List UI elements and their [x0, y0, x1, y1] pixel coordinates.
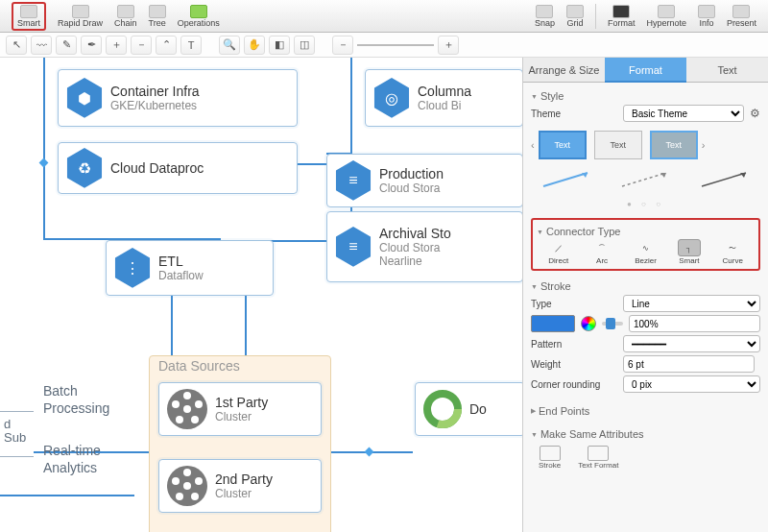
hand-tool[interactable]: ✋: [244, 36, 265, 55]
corner-rounding-label: Corner rounding: [531, 379, 617, 390]
svg-line-8: [543, 173, 588, 186]
node-2nd-party-cluster[interactable]: 2nd PartyCluster: [158, 459, 322, 513]
bigquery-icon: ◎: [373, 77, 410, 119]
stroke-color-swatch[interactable]: [531, 315, 575, 332]
pen-tool[interactable]: ✒: [81, 36, 102, 55]
swirl-icon: [423, 390, 462, 428]
remove-anchor-tool[interactable]: －: [131, 36, 152, 55]
tab-text[interactable]: Text: [686, 58, 768, 83]
add-anchor-tool[interactable]: ＋: [106, 36, 127, 55]
dataproc-icon: ♻: [66, 147, 103, 189]
theme-label: Theme: [531, 109, 617, 119]
tool-present[interactable]: Present: [727, 5, 756, 28]
arrow-style-1[interactable]: [540, 169, 593, 190]
chevron-right-icon[interactable]: ›: [702, 139, 706, 151]
node-container-infra[interactable]: ⬢ Container InfraGKE/Kubernetes: [58, 69, 298, 127]
tool-chain[interactable]: Chain: [114, 5, 137, 28]
chevron-left-icon[interactable]: ‹: [531, 139, 535, 151]
stroke-type-select[interactable]: Line: [623, 295, 760, 312]
stroke-opacity-slider[interactable]: [602, 322, 623, 326]
node-production[interactable]: ≡ ProductionCloud Stora: [326, 154, 523, 207]
pattern-label: Pattern: [531, 339, 617, 350]
node-dataproc[interactable]: ♻ Cloud Dataproc: [58, 142, 298, 194]
svg-line-10: [622, 173, 666, 186]
inspector-tabs: Arrange & Size Format Text: [523, 58, 768, 83]
storage-icon: ≡: [335, 226, 372, 268]
zoom-out[interactable]: －: [332, 36, 353, 55]
theme-swatch-2[interactable]: Text: [594, 131, 642, 159]
storage-icon: ≡: [335, 159, 372, 202]
arrow-style-3[interactable]: [698, 169, 752, 190]
zoom-slider[interactable]: [357, 44, 434, 46]
tool-strip: ↖ 〰 ✎ ✒ ＋ － ⌃ T 🔍 ✋ ◧ ◫ － ＋: [0, 33, 768, 58]
pattern-select[interactable]: ━━━━━━: [623, 335, 760, 352]
weight-label: Weight: [531, 359, 617, 370]
shape-tool[interactable]: ◫: [294, 36, 315, 55]
eyedropper-tool[interactable]: ✎: [56, 36, 77, 55]
convert-anchor-tool[interactable]: ⌃: [156, 36, 177, 55]
svg-marker-13: [740, 173, 746, 178]
curve-tool[interactable]: 〰: [31, 36, 52, 55]
connector-smart[interactable]: ┐Smart: [678, 239, 701, 265]
page-dots: ● ○ ○: [531, 200, 760, 208]
node-columnar[interactable]: ◎ ColumnaCloud Bi: [365, 69, 523, 127]
arrow-style-2[interactable]: [618, 169, 672, 190]
tab-format[interactable]: Format: [605, 58, 686, 83]
tool-hypernote[interactable]: Hypernote: [646, 5, 686, 28]
section-stroke[interactable]: Stroke: [531, 280, 760, 292]
section-end-points[interactable]: End Points: [531, 405, 760, 417]
connector-curve[interactable]: 〜Curve: [721, 239, 744, 265]
text-tool[interactable]: T: [180, 36, 202, 55]
corner-rounding-select[interactable]: 0 pix: [623, 375, 760, 393]
svg-marker-11: [660, 173, 666, 178]
weight-input[interactable]: [623, 355, 755, 373]
theme-swatch-1[interactable]: Text: [539, 131, 587, 159]
label-realtime-analytics: Real-time Analytics: [43, 442, 130, 476]
node-sub[interactable]: d Sub: [0, 411, 34, 457]
connector-arc[interactable]: ⌒Arc: [590, 239, 613, 265]
theme-select[interactable]: Basic Theme: [623, 105, 744, 122]
cluster-icon: [167, 389, 207, 429]
tool-smart[interactable]: Smart: [12, 2, 46, 31]
tool-grid[interactable]: Grid: [566, 5, 584, 28]
zoom-tool[interactable]: 🔍: [219, 36, 240, 55]
crop-tool[interactable]: ◧: [269, 36, 290, 55]
gke-icon: ⬢: [66, 77, 103, 119]
label-batch-processing: Batch Processing: [43, 382, 130, 417]
make-same-text-format[interactable]: Text Format: [578, 446, 618, 470]
section-connector-type[interactable]: Connector Type: [537, 226, 755, 237]
group-data-sources-label: Data Sources: [158, 358, 240, 374]
node-1st-party-cluster[interactable]: 1st PartyCluster: [158, 382, 322, 436]
gear-icon[interactable]: ⚙: [750, 107, 760, 120]
node-archival[interactable]: ≡ Archival StoCloud StoraNearline: [326, 211, 523, 282]
cluster-icon: [167, 466, 207, 506]
connector-bezier[interactable]: ∿Bezier: [634, 239, 657, 265]
inspector-sidebar: Arrange & Size Format Text Style Theme B…: [523, 58, 768, 532]
tool-snap[interactable]: Snap: [535, 5, 555, 28]
cursor-tool[interactable]: ↖: [6, 36, 27, 55]
tool-format[interactable]: Format: [608, 5, 636, 28]
tool-tree[interactable]: Tree: [149, 5, 166, 28]
section-style[interactable]: Style: [531, 90, 760, 102]
color-picker-icon[interactable]: [581, 316, 596, 331]
node-etl[interactable]: ⋮ ETLDataflow: [106, 240, 274, 296]
theme-swatch-3[interactable]: Text: [650, 131, 698, 159]
section-make-same[interactable]: Make Same Attributes: [531, 428, 760, 440]
tab-arrange-size[interactable]: Arrange & Size: [523, 58, 605, 83]
tool-operations[interactable]: Operations: [178, 5, 220, 28]
stroke-type-label: Type: [531, 299, 617, 309]
zoom-in[interactable]: ＋: [438, 36, 459, 55]
main-toolbar: Smart Rapid Draw Chain Tree Operations S…: [0, 0, 768, 33]
make-same-stroke[interactable]: Stroke: [539, 446, 561, 470]
node-do[interactable]: Do: [415, 382, 523, 436]
stroke-opacity-input[interactable]: [629, 315, 760, 332]
connector-direct[interactable]: ／Direct: [547, 239, 570, 265]
diagram-canvas[interactable]: ⬢ Container InfraGKE/Kubernetes ◎ Column…: [0, 58, 523, 532]
svg-line-12: [702, 173, 746, 186]
tool-info[interactable]: Info: [698, 5, 715, 28]
tool-rapid-draw[interactable]: Rapid Draw: [58, 5, 103, 28]
dataflow-icon: ⋮: [114, 247, 151, 289]
